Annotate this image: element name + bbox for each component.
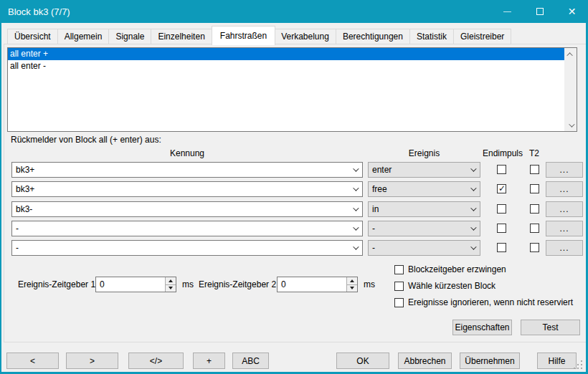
kennung-combobox[interactable]: bk3-: [11, 201, 363, 217]
scroll-up-button[interactable]: [564, 48, 577, 60]
kennung-combobox[interactable]: bk3+: [11, 181, 363, 197]
tab-berechtigungen[interactable]: Berechtigungen: [336, 29, 410, 44]
t2-checkbox[interactable]: [530, 165, 539, 174]
ereignis-combobox[interactable]: enter: [368, 162, 480, 178]
endimpuls-checkbox[interactable]: [497, 224, 506, 233]
code-button[interactable]: </>: [128, 353, 184, 369]
chevron-down-icon[interactable]: [348, 187, 362, 191]
more-options-button[interactable]: ...: [546, 201, 583, 217]
endimpuls-checkbox[interactable]: [497, 243, 506, 252]
kennung-combobox[interactable]: bk3+: [11, 162, 363, 178]
minimize-icon: [503, 11, 511, 12]
tab-verkabelung[interactable]: Verkabelung: [275, 29, 336, 44]
kennung-value: bk3-: [12, 204, 348, 214]
tab-statistik[interactable]: Statistik: [410, 29, 454, 44]
tab-gleistreiber[interactable]: Gleistreiber: [454, 29, 511, 44]
t2-checkbox[interactable]: [530, 204, 539, 214]
tab-uebersicht[interactable]: Übersicht: [7, 29, 58, 44]
chevron-down-icon[interactable]: [348, 226, 362, 231]
block-dialog-window: Block bk3 (7/7) ✕ Übersicht Allgemein Si…: [0, 0, 588, 374]
chevron-up-icon: [566, 52, 572, 58]
scroll-down-button[interactable]: [564, 119, 577, 131]
help-button[interactable]: Hilfe: [537, 353, 577, 369]
routes-listbox[interactable]: all enter + all enter -: [7, 47, 577, 132]
abc-button[interactable]: ABC: [232, 353, 269, 369]
more-options-button[interactable]: ...: [546, 221, 583, 236]
spinner-up-icon: [350, 279, 354, 282]
ereignis-value: in: [369, 204, 465, 214]
tab-signale[interactable]: Signale: [109, 29, 151, 44]
tab-einzelheiten[interactable]: Einzelheiten: [151, 29, 212, 44]
chevron-down-icon[interactable]: [348, 168, 362, 172]
cancel-button[interactable]: Abbrechen: [398, 353, 452, 369]
timer2-value: 0: [278, 277, 346, 292]
option-label: Ereignisse ignorieren, wenn nicht reserv…: [408, 297, 573, 307]
t2-checkbox[interactable]: [530, 184, 539, 193]
blockzeitgeber-checkbox[interactable]: [394, 265, 404, 274]
kennung-combobox[interactable]: -: [11, 240, 363, 256]
kuerzester-block-checkbox[interactable]: [394, 282, 404, 291]
tab-fahrstrassen[interactable]: Fahrstraßen: [212, 26, 275, 45]
tab-allgemein[interactable]: Allgemein: [58, 29, 110, 44]
kennung-combobox[interactable]: -: [11, 221, 363, 236]
endimpuls-checkbox[interactable]: [497, 184, 506, 193]
more-options-button[interactable]: ...: [546, 162, 583, 178]
timer2-input[interactable]: 0: [277, 277, 358, 292]
spinner-down-icon: [169, 287, 173, 289]
chevron-down-icon[interactable]: [348, 246, 362, 250]
feedback-row: - - ...: [4, 221, 587, 236]
maximize-button[interactable]: [523, 0, 556, 23]
chevron-down-icon[interactable]: [465, 168, 480, 172]
tab-bar: Übersicht Allgemein Signale Einzelheiten…: [2, 23, 584, 44]
ereignisse-ignorieren-checkbox[interactable]: [394, 298, 404, 307]
kennung-value: -: [12, 243, 348, 253]
spinner-down-button[interactable]: [347, 284, 357, 292]
chevron-down-icon[interactable]: [465, 187, 480, 191]
option-blockzeitgeber[interactable]: Blockzeitgeber erzwingen: [394, 264, 506, 275]
tab-page-fahrstrassen: all enter + all enter - Rückmelder von B…: [4, 44, 587, 342]
chevron-down-icon[interactable]: [465, 207, 480, 211]
feedback-row: bk3+ enter ...: [4, 162, 587, 178]
next-button[interactable]: >: [66, 353, 118, 369]
more-options-button[interactable]: ...: [546, 240, 583, 256]
window-controls: ✕: [491, 0, 588, 23]
test-button[interactable]: Test: [521, 320, 580, 335]
eigenschaften-button[interactable]: Eigenschaften: [452, 320, 512, 335]
spinner-up-button[interactable]: [347, 277, 357, 284]
list-item[interactable]: all enter +: [8, 48, 564, 60]
more-options-button[interactable]: ...: [546, 181, 583, 197]
ereignis-combobox[interactable]: -: [368, 221, 480, 236]
minimize-button[interactable]: [491, 0, 523, 23]
t2-checkbox[interactable]: [530, 224, 539, 233]
add-button[interactable]: +: [193, 353, 225, 369]
ereignis-combobox[interactable]: free: [368, 181, 480, 197]
prev-button[interactable]: <: [6, 353, 59, 369]
ereignis-value: enter: [369, 165, 465, 175]
ereignis-combobox[interactable]: in: [368, 201, 480, 217]
close-button[interactable]: ✕: [556, 0, 588, 23]
titlebar[interactable]: Block bk3 (7/7) ✕: [0, 0, 588, 23]
close-icon: ✕: [568, 6, 577, 16]
ok-button[interactable]: OK: [336, 353, 389, 369]
option-ereignisse-ignorieren[interactable]: Ereignisse ignorieren, wenn nicht reserv…: [394, 297, 573, 308]
timer1-input[interactable]: 0: [95, 277, 176, 292]
resize-grip[interactable]: [572, 359, 582, 369]
ereignis-combobox[interactable]: -: [368, 240, 480, 256]
chevron-down-icon[interactable]: [465, 226, 480, 231]
endimpuls-checkbox[interactable]: [497, 204, 506, 214]
t2-checkbox[interactable]: [530, 243, 539, 252]
kennung-value: -: [12, 224, 348, 234]
list-item[interactable]: all enter -: [8, 60, 564, 72]
spinner-down-button[interactable]: [166, 284, 176, 292]
chevron-down-icon[interactable]: [465, 246, 480, 250]
apply-button[interactable]: Übernehmen: [460, 353, 520, 369]
option-kuerzester-block[interactable]: Wähle kürzesten Block: [394, 280, 495, 292]
endimpuls-checkbox[interactable]: [497, 165, 506, 174]
timer1-spinner: [165, 277, 176, 292]
maximize-icon: [536, 8, 544, 15]
kennung-value: bk3+: [12, 184, 348, 194]
spinner-up-button[interactable]: [166, 277, 176, 284]
window-title: Block bk3 (7/7): [0, 6, 491, 17]
chevron-down-icon[interactable]: [348, 207, 362, 211]
listbox-scrollbar[interactable]: [564, 48, 577, 131]
